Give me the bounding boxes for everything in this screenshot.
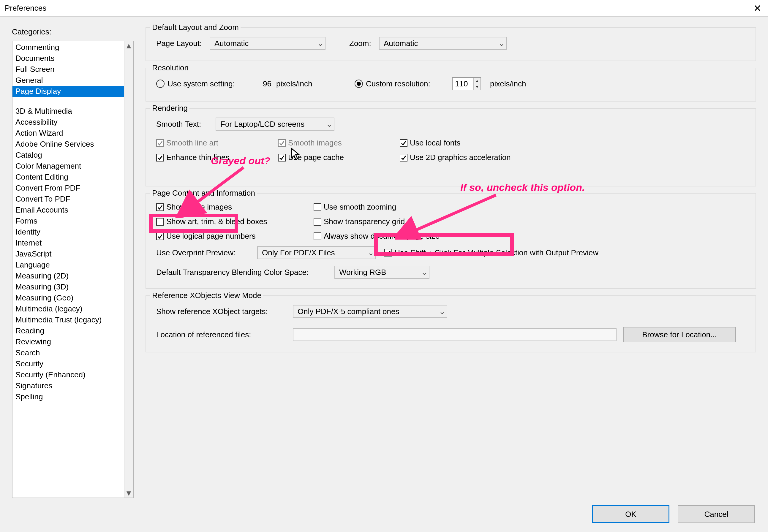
categories-scrollbar[interactable]: ▲ ▼: [124, 41, 133, 498]
category-item[interactable]: Adobe Online Services: [12, 139, 124, 150]
radio-custom[interactable]: [354, 80, 363, 88]
close-icon[interactable]: ✕: [750, 1, 764, 15]
legend-page-content: Page Content and Information: [150, 189, 257, 198]
custom-res-input[interactable]: [453, 78, 474, 90]
categories-listbox[interactable]: CommentingDocumentsFull ScreenGeneralPag…: [12, 41, 134, 498]
checkbox-transparency-grid[interactable]: [313, 218, 321, 226]
category-item[interactable]: Documents: [12, 53, 124, 64]
chevron-down-icon: ⌄: [420, 268, 429, 277]
smooth-line-art-label: Smooth line art: [166, 138, 218, 148]
smooth-images-label: Smooth images: [288, 138, 342, 148]
window-title: Preferences: [4, 4, 46, 13]
cancel-button[interactable]: Cancel: [678, 505, 755, 523]
preferences-window: Preferences ✕ Categories: CommentingDocu…: [0, 0, 768, 532]
custom-ppi-unit: pixels/inch: [490, 79, 526, 88]
category-item[interactable]: Convert From PDF: [12, 183, 124, 194]
category-item[interactable]: Security (Enhanced): [12, 369, 124, 380]
category-item[interactable]: Spelling: [12, 391, 124, 402]
scroll-up-icon[interactable]: ▲: [124, 41, 133, 50]
category-item[interactable]: Forms: [12, 216, 124, 227]
location-input[interactable]: [293, 328, 617, 341]
art-trim-bleed-label: Show art, trim, & bleed boxes: [166, 217, 267, 226]
transparency-grid-label: Show transparency grid: [324, 217, 405, 226]
use-page-cache-label: Use page cache: [288, 153, 344, 162]
category-item[interactable]: Reading: [12, 325, 124, 336]
page-layout-select[interactable]: Automatic ⌄: [210, 37, 325, 50]
use-system-label: Use system setting:: [167, 79, 251, 88]
browse-location-button[interactable]: Browse for Location...: [623, 327, 736, 342]
category-item[interactable]: Multimedia (legacy): [12, 303, 124, 314]
smooth-zooming-label: Use smooth zooming: [324, 202, 396, 212]
checkbox-logical-page-numbers[interactable]: [156, 232, 164, 240]
category-item[interactable]: Email Accounts: [12, 205, 124, 216]
group-rendering: Rendering Smooth Text: For Laptop/LCD sc…: [145, 108, 756, 186]
checkbox-enhance-thin-lines[interactable]: [156, 154, 164, 161]
checkbox-show-large-images[interactable]: [156, 203, 164, 211]
chevron-down-icon: ⌄: [497, 39, 506, 48]
category-item[interactable]: Measuring (Geo): [12, 292, 124, 303]
checkbox-use-local-fonts[interactable]: [400, 139, 408, 147]
zoom-value: Automatic: [384, 39, 418, 48]
checkbox-smooth-zooming[interactable]: [313, 203, 321, 211]
category-item[interactable]: Identity: [12, 227, 124, 237]
spin-up-icon[interactable]: ▲: [474, 78, 481, 84]
checkbox-shift-click-output-preview[interactable]: [384, 249, 392, 257]
ok-button[interactable]: OK: [592, 505, 669, 523]
category-item[interactable]: Signatures: [12, 380, 124, 391]
settings-panel: Default Layout and Zoom Page Layout: Aut…: [145, 27, 756, 498]
category-item[interactable]: Catalog: [12, 150, 124, 161]
category-item[interactable]: Search: [12, 347, 124, 358]
logical-page-numbers-label: Use logical page numbers: [166, 232, 256, 241]
show-targets-select[interactable]: Only PDF/X-5 compliant ones ⌄: [293, 305, 447, 318]
spin-down-icon[interactable]: ▼: [474, 84, 481, 90]
category-item[interactable]: Commenting: [12, 42, 124, 53]
checkbox-smooth-images: [278, 139, 286, 147]
chevron-down-icon: ⌄: [316, 39, 325, 48]
2d-accel-label: Use 2D graphics acceleration: [410, 153, 511, 162]
category-item[interactable]: General: [12, 75, 124, 86]
overprint-select[interactable]: Only For PDF/X Files ⌄: [257, 246, 376, 259]
smooth-text-value: For Laptop/LCD screens: [220, 120, 304, 129]
category-item[interactable]: Reviewing: [12, 336, 124, 347]
category-item[interactable]: Accessibility: [12, 117, 124, 128]
category-item[interactable]: Multimedia Trust (legacy): [12, 314, 124, 325]
radio-use-system[interactable]: [156, 80, 164, 88]
legend-rendering: Rendering: [150, 104, 189, 113]
zoom-label: Zoom:: [349, 39, 379, 48]
scroll-down-icon[interactable]: ▼: [124, 489, 133, 498]
checkbox-art-trim-bleed[interactable]: [156, 218, 164, 226]
category-item[interactable]: Convert To PDF: [12, 194, 124, 205]
custom-res-label: Custom resolution:: [366, 79, 452, 88]
category-item[interactable]: Content Editing: [12, 172, 124, 183]
custom-res-spinner[interactable]: ▲ ▼: [452, 77, 481, 90]
category-item[interactable]: Action Wizard: [12, 128, 124, 139]
page-layout-label: Page Layout:: [156, 39, 210, 48]
show-targets-value: Only PDF/X-5 compliant ones: [297, 307, 399, 316]
zoom-select[interactable]: Automatic ⌄: [379, 37, 507, 50]
category-item[interactable]: Measuring (2D): [12, 270, 124, 281]
category-item[interactable]: Measuring (3D): [12, 281, 124, 292]
category-item[interactable]: 3D & Multimedia: [12, 106, 124, 117]
category-item[interactable]: JavaScript: [12, 248, 124, 259]
use-local-fonts-label: Use local fonts: [410, 138, 461, 148]
group-ref-xobjects: Reference XObjects View Mode Show refere…: [145, 295, 756, 352]
shift-click-label: Use Shift + Click For Multiple Selection…: [395, 248, 598, 257]
blending-select[interactable]: Working RGB ⌄: [334, 266, 430, 279]
legend-layout-zoom: Default Layout and Zoom: [150, 23, 240, 32]
category-item[interactable]: Page Display: [12, 86, 124, 97]
group-page-content: Page Content and Information Show large …: [145, 193, 756, 289]
checkbox-use-page-cache[interactable]: [278, 154, 286, 161]
smooth-text-select[interactable]: For Laptop/LCD screens ⌄: [216, 118, 334, 131]
category-item[interactable]: Internet: [12, 237, 124, 248]
legend-ref-xobjects: Reference XObjects View Mode: [150, 291, 263, 300]
checkbox-always-show-page-size[interactable]: [313, 232, 321, 240]
checkbox-2d-accel[interactable]: [400, 154, 408, 161]
blending-value: Working RGB: [339, 268, 386, 277]
category-item[interactable]: Full Screen: [12, 64, 124, 75]
chevron-down-icon: ⌄: [325, 120, 334, 129]
category-item[interactable]: Language: [12, 259, 124, 270]
category-item[interactable]: Color Management: [12, 161, 124, 172]
category-item[interactable]: Security: [12, 358, 124, 369]
dialog-body: Categories: CommentingDocumentsFull Scre…: [0, 17, 768, 532]
show-targets-label: Show reference XObject targets:: [156, 307, 293, 316]
